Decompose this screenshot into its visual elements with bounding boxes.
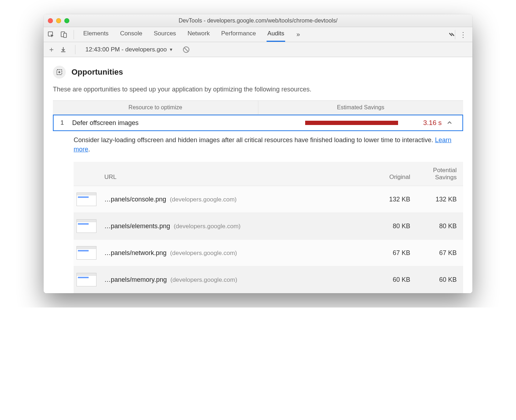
- opportunities-description: These are opportunities to speed up your…: [53, 86, 463, 93]
- close-window-button[interactable]: [48, 18, 53, 23]
- resource-original-size: 60 KB: [367, 276, 410, 284]
- resource-original-size: 132 KB: [367, 196, 410, 203]
- tab-console[interactable]: Console: [119, 27, 143, 42]
- separator: [74, 30, 74, 39]
- separator: [455, 30, 455, 39]
- column-savings: Estimated Savings: [258, 101, 463, 114]
- resource-original-size: 67 KB: [367, 249, 410, 257]
- clear-report-button[interactable]: [183, 46, 190, 53]
- dropdown-caret-icon: ▼: [169, 47, 173, 52]
- tab-sources[interactable]: Sources: [153, 27, 177, 42]
- tab-audits[interactable]: Audits: [267, 27, 285, 42]
- devtools-tabbar: ElementsConsoleSourcesNetworkPerformance…: [44, 27, 472, 42]
- opportunity-index: 1: [57, 119, 67, 126]
- resource-host: (developers.google.com): [170, 276, 237, 284]
- audits-toolbar: ＋ 12:43:00 PM - developers.goo ▼: [44, 42, 472, 57]
- resource-thumbnail: [76, 192, 96, 206]
- window-titlebar: DevTools - developers.google.com/web/too…: [44, 14, 472, 27]
- tab-network[interactable]: Network: [187, 27, 210, 42]
- more-tabs-button[interactable]: [448, 31, 455, 38]
- resources-table-head: URL Original Potential Savings: [74, 162, 463, 186]
- col-url: URL: [104, 174, 367, 181]
- zoom-window-button[interactable]: [64, 18, 69, 23]
- col-original: Original: [367, 174, 410, 181]
- resource-thumbnail: [76, 273, 96, 286]
- resource-url: …panels/console.png(developers.google.co…: [104, 196, 367, 203]
- resource-path: …panels/network.png: [104, 249, 167, 257]
- resource-path: …panels/memory.png: [104, 276, 167, 284]
- opportunity-savings-bar: [305, 121, 398, 125]
- resource-url: …panels/memory.png(developers.google.com…: [104, 276, 367, 284]
- resource-path: …panels/elements.png: [104, 222, 170, 230]
- audits-content: Opportunities These are opportunities to…: [44, 57, 472, 293]
- resources-table: URL Original Potential Savings …panels/c…: [74, 162, 463, 293]
- opportunity-bar-wrap: [234, 121, 398, 125]
- opportunity-detail-body: Consider lazy-loading offscreen and hidd…: [74, 136, 435, 144]
- svg-rect-2: [64, 33, 66, 38]
- window-title: DevTools - developers.google.com/web/too…: [44, 18, 472, 24]
- toggle-device-toolbar-icon[interactable]: [60, 31, 68, 39]
- tab-performance[interactable]: Performance: [220, 27, 257, 42]
- opportunities-heading: Opportunities: [71, 68, 123, 77]
- opportunity-detail: Consider lazy-loading offscreen and hidd…: [53, 131, 463, 293]
- resource-potential-savings: 132 KB: [410, 196, 457, 203]
- overflow-tabs-icon[interactable]: »: [297, 31, 300, 38]
- opportunity-name: Defer offscreen images: [72, 119, 229, 127]
- table-row[interactable]: …panels/console.png(developers.google.co…: [74, 186, 463, 213]
- resource-original-size: 80 KB: [367, 222, 410, 230]
- resource-host: (developers.google.com): [174, 223, 240, 230]
- traffic-lights: [48, 18, 69, 23]
- tab-elements[interactable]: Elements: [83, 27, 109, 42]
- resource-host: (developers.google.com): [170, 250, 237, 257]
- resource-path: …panels/console.png: [104, 196, 166, 203]
- report-selector-dropdown[interactable]: 12:43:00 PM - developers.goo ▼: [85, 46, 173, 53]
- minimize-window-button[interactable]: [56, 18, 61, 23]
- opportunities-header: Opportunities: [53, 66, 463, 79]
- resource-thumbnail: [76, 219, 96, 233]
- table-row[interactable]: …panels/memory.png(developers.google.com…: [74, 266, 463, 293]
- col-potential-savings: Potential Savings: [410, 167, 457, 181]
- resource-url: …panels/elements.png(developers.google.c…: [104, 222, 367, 230]
- column-resource: Resource to optimize: [53, 101, 258, 114]
- table-row[interactable]: …panels/network.png(developers.google.co…: [74, 240, 463, 266]
- download-report-button[interactable]: [60, 46, 69, 53]
- opportunities-badge-icon: [53, 66, 66, 79]
- inspect-element-icon[interactable]: [47, 31, 55, 39]
- opportunity-detail-text: Consider lazy-loading offscreen and hidd…: [74, 135, 463, 154]
- opportunity-savings-value: 3.16 s: [410, 119, 442, 127]
- resource-potential-savings: 80 KB: [410, 222, 457, 230]
- devtools-window: DevTools - developers.google.com/web/too…: [44, 14, 472, 293]
- opportunity-row[interactable]: 1 Defer offscreen images 3.16 s: [53, 115, 463, 131]
- resource-host: (developers.google.com): [170, 196, 237, 203]
- separator: [75, 45, 75, 54]
- new-audit-button[interactable]: ＋: [47, 45, 56, 54]
- resource-thumbnail: [76, 246, 96, 260]
- resource-potential-savings: 67 KB: [410, 249, 457, 257]
- opportunities-columns: Resource to optimize Estimated Savings: [53, 100, 463, 115]
- resource-url: …panels/network.png(developers.google.co…: [104, 249, 367, 257]
- kebab-menu-icon[interactable]: ⋮: [457, 30, 469, 39]
- resource-potential-savings: 60 KB: [410, 276, 457, 284]
- chevron-up-icon[interactable]: [447, 120, 457, 126]
- report-selector-label: 12:43:00 PM - developers.goo: [85, 46, 167, 53]
- table-row[interactable]: …panels/elements.png(developers.google.c…: [74, 213, 463, 240]
